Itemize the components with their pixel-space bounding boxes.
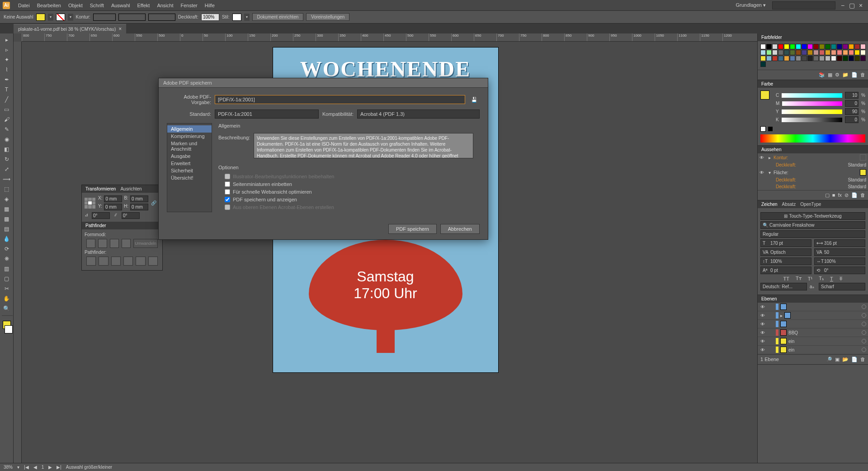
- dialog-tab-sicherheit[interactable]: Sicherheit: [167, 167, 212, 174]
- option-embed-thumbnails[interactable]: Seitenminiaturen einbetten: [225, 181, 473, 187]
- dialog-tab-allgemein[interactable]: Allgemein: [167, 125, 212, 133]
- dialog-content-heading: Allgemein: [218, 123, 473, 128]
- preset-label: Adobe PDF-Vorgabe:: [167, 94, 211, 105]
- dialog-tab-ausgabe[interactable]: Ausgabe: [167, 152, 212, 160]
- standard-label: Standard:: [167, 111, 211, 117]
- save-pdf-dialog: Adobe PDF speichern Adobe PDF-Vorgabe: […: [158, 78, 488, 240]
- option-fast-web-view[interactable]: Für schnelle Webansicht optimieren: [225, 189, 473, 195]
- save-pdf-button[interactable]: PDF speichern: [388, 224, 437, 234]
- desc-textarea[interactable]: Verwenden Sie diese Einstellungen zum Er…: [254, 133, 473, 158]
- options-label: Optionen: [218, 165, 473, 170]
- dialog-title: Adobe PDF speichern: [159, 78, 488, 88]
- dialog-sidebar: Allgemein Komprimierung Marken und Ansch…: [167, 123, 212, 212]
- dialog-overlay: Adobe PDF speichern Adobe PDF-Vorgabe: […: [0, 0, 868, 471]
- option-acrobat-layers: Aus oberen Ebenen Acrobat-Ebenen erstell…: [225, 205, 473, 210]
- dialog-tab-marken[interactable]: Marken und Anschnitt: [167, 140, 212, 152]
- cancel-button[interactable]: Abbrechen: [440, 224, 480, 234]
- dialog-tab-erweitert[interactable]: Erweitert: [167, 160, 212, 167]
- option-view-after-save[interactable]: PDF speichern und anzeigen: [225, 197, 473, 202]
- desc-label: Beschreibung:: [218, 133, 250, 158]
- compat-dropdown[interactable]: Acrobat 4 (PDF 1.3): [357, 109, 480, 119]
- dialog-tab-komprimierung[interactable]: Komprimierung: [167, 133, 212, 140]
- preset-dropdown[interactable]: [PDF/X-1a:2001]: [215, 95, 465, 104]
- save-preset-icon[interactable]: 💾: [469, 97, 480, 103]
- option-preserve-editing: Illustrator-Bearbeitungsfunktionen beibe…: [225, 174, 473, 179]
- standard-dropdown[interactable]: PDF/X-1a:2001: [215, 109, 319, 119]
- dialog-tab-uebersicht[interactable]: Übersicht!: [167, 174, 212, 181]
- compat-label: Kompatibilität:: [322, 111, 354, 117]
